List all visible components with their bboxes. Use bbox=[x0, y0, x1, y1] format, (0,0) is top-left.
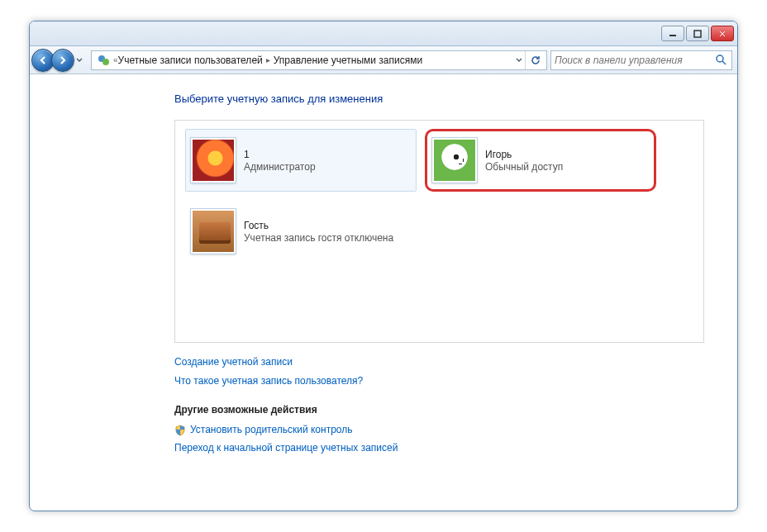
navigation-bar: « Учетные записи пользователей ▸ Управле… bbox=[30, 46, 737, 74]
account-item-user[interactable]: Игорь Обычный доступ bbox=[425, 129, 656, 192]
account-type: Учетная запись гостя отключена bbox=[244, 232, 393, 244]
breadcrumb-separator: ▸ bbox=[266, 55, 270, 64]
breadcrumb-item[interactable]: Учетные записи пользователей bbox=[118, 55, 263, 66]
titlebar bbox=[30, 21, 737, 46]
content-area: Выберите учетную запись для изменения 1 … bbox=[30, 74, 737, 511]
breadcrumb-item[interactable]: Управление учетными записями bbox=[274, 55, 422, 66]
shield-icon bbox=[174, 424, 186, 435]
account-item-admin[interactable]: 1 Администратор bbox=[185, 129, 417, 192]
account-name: Игорь bbox=[485, 149, 563, 160]
search-icon bbox=[715, 54, 728, 67]
link-what-is-account[interactable]: Что такое учетная запись пользователя? bbox=[174, 372, 704, 391]
refresh-button[interactable] bbox=[525, 51, 545, 69]
svg-point-6 bbox=[717, 55, 723, 62]
forward-button[interactable] bbox=[51, 49, 74, 72]
account-type: Администратор bbox=[244, 161, 316, 173]
svg-rect-1 bbox=[694, 31, 701, 37]
minimize-button[interactable] bbox=[661, 26, 684, 41]
account-item-guest[interactable]: Гость Учетная запись гостя отключена bbox=[185, 200, 417, 263]
page-heading: Выберите учетную запись для изменения bbox=[174, 93, 704, 105]
breadcrumb-dropdown[interactable] bbox=[513, 57, 525, 64]
link-parental-control[interactable]: Установить родительский контроль bbox=[190, 420, 353, 439]
account-type: Обычный доступ bbox=[485, 161, 563, 173]
other-actions-header: Другие возможные действия bbox=[174, 404, 704, 416]
account-name: 1 bbox=[244, 149, 316, 160]
action-links: Создание учетной записи Что такое учетна… bbox=[174, 353, 704, 391]
control-panel-window: « Учетные записи пользователей ▸ Управле… bbox=[29, 21, 738, 511]
search-input[interactable] bbox=[555, 55, 715, 66]
accounts-list: 1 Администратор Игорь Обычный доступ Гос… bbox=[174, 120, 704, 343]
svg-line-7 bbox=[722, 61, 726, 64]
history-dropdown[interactable] bbox=[76, 53, 88, 68]
account-name: Гость bbox=[244, 220, 393, 231]
control-panel-icon bbox=[96, 53, 111, 68]
avatar bbox=[432, 138, 477, 183]
link-create-account[interactable]: Создание учетной записи bbox=[174, 353, 704, 372]
avatar bbox=[191, 209, 236, 254]
address-bar[interactable]: « Учетные записи пользователей ▸ Управле… bbox=[91, 50, 547, 70]
link-goto-accounts-home[interactable]: Переход к начальной странице учетных зап… bbox=[174, 439, 704, 458]
maximize-button[interactable] bbox=[686, 26, 709, 41]
svg-point-5 bbox=[102, 59, 109, 65]
close-button[interactable] bbox=[711, 26, 734, 41]
avatar bbox=[191, 138, 236, 183]
search-box[interactable] bbox=[550, 50, 732, 70]
